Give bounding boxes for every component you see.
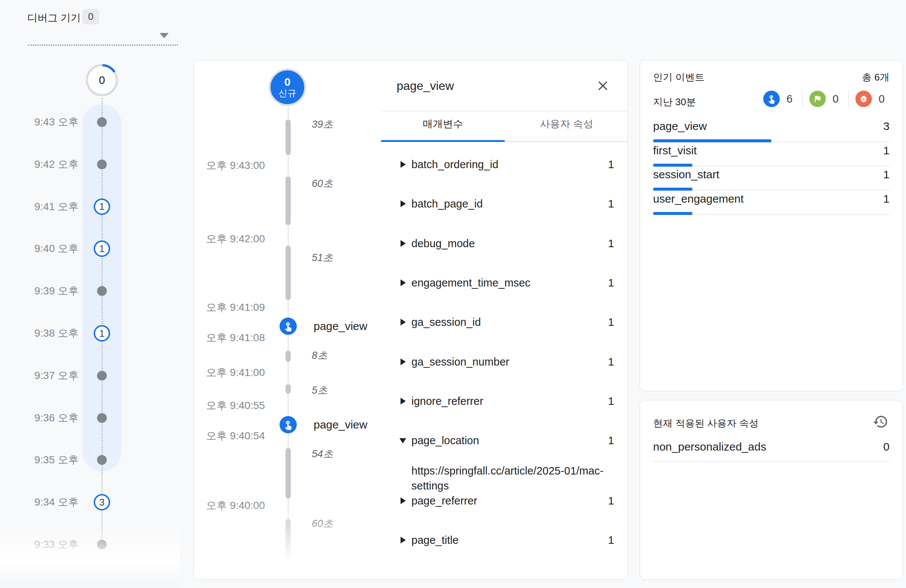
parameter-row[interactable]: engagement_time_msec1 — [400, 275, 614, 290]
new-events-label: 신규 — [278, 88, 297, 99]
top-event-bar — [653, 188, 890, 191]
tap-icon[interactable] — [279, 317, 297, 335]
minute-time-label: 9:38 오후 — [15, 327, 79, 340]
expand-arrow-icon[interactable] — [400, 319, 406, 325]
parameter-name: debug_mode — [412, 236, 475, 251]
counter-divider — [848, 90, 849, 107]
parameter-name: ignore_referrer — [412, 394, 483, 409]
tap-icon[interactable] — [763, 91, 780, 107]
parameter-name: ga_session_number — [412, 354, 509, 369]
top-event-bar — [653, 164, 890, 167]
timeline-fade — [0, 524, 180, 588]
parameter-row[interactable]: page_referrer1 — [400, 493, 614, 508]
chevron-down-icon — [160, 33, 169, 38]
stream-duration: 60초 — [312, 177, 333, 190]
parameter-name: engagement_time_msec — [412, 275, 531, 290]
stream-event-name[interactable]: page_view — [314, 418, 367, 431]
parameter-row[interactable]: page_location1 — [400, 433, 614, 448]
minute-dot-node — [97, 159, 107, 169]
top-events-card: 인기 이벤트 총 6개 지난 30분 6 0 0 page_view3first… — [640, 60, 903, 391]
current-minute-count: 0 — [85, 64, 118, 97]
parameter-row[interactable]: ignore_referrer1 — [400, 394, 614, 409]
parameter-row[interactable]: page_title1 — [400, 532, 614, 548]
parameter-row[interactable]: batch_page_id1 — [400, 196, 614, 211]
tab-parameters[interactable]: 매개변수 — [381, 117, 505, 131]
minute-time-label: 9:36 오후 — [15, 412, 79, 424]
collapse-arrow-icon[interactable] — [399, 438, 406, 443]
stream-gap-capsule — [286, 384, 291, 394]
stream-time: 오후 9:40:55 — [205, 399, 265, 412]
tap-icon[interactable] — [279, 416, 297, 433]
top-event-row[interactable]: page_view3 — [653, 120, 890, 132]
flag-icon[interactable] — [809, 91, 826, 107]
stream-time: 오후 9:40:54 — [205, 430, 265, 442]
stream-duration: 5초 — [312, 384, 327, 397]
close-icon[interactable] — [595, 78, 610, 93]
stream-gap-capsule — [286, 246, 291, 300]
top-event-count: 1 — [883, 144, 890, 157]
parameter-name: batch_ordering_id — [412, 157, 498, 172]
stream-gap-capsule — [286, 177, 291, 225]
tab-user-properties[interactable]: 사용자 속성 — [505, 117, 628, 131]
top-event-count: 3 — [883, 120, 890, 132]
expand-arrow-icon[interactable] — [400, 200, 406, 207]
row-divider — [653, 461, 890, 462]
top-events-title: 인기 이벤트 — [653, 71, 704, 84]
stream-fade — [194, 502, 381, 580]
history-icon[interactable] — [873, 414, 888, 430]
top-event-row[interactable]: session_start1 — [653, 168, 890, 181]
user-properties-title: 현재 적용된 사용자 속성 — [653, 417, 759, 430]
bar-fill — [653, 164, 692, 167]
tap-event-count: 6 — [786, 93, 796, 105]
bar-fill — [653, 139, 772, 142]
top-event-bar — [653, 212, 890, 215]
minute-event-count-node[interactable]: 1 — [94, 199, 110, 215]
minute-event-count-node[interactable]: 3 — [94, 494, 110, 510]
time-window-label: 지난 30분 — [653, 96, 696, 108]
stream-gap-capsule — [286, 448, 291, 499]
parameter-row[interactable]: batch_ordering_id1 — [400, 157, 614, 172]
expand-arrow-icon[interactable] — [400, 240, 406, 247]
stream-gap-capsule — [286, 120, 291, 155]
stream-time: 오후 9:42:00 — [205, 233, 265, 245]
minute-time-label: 9:40 오후 — [15, 242, 79, 255]
debug-device-count-badge: 0 — [82, 9, 99, 24]
event-type-counters: 6 0 0 — [763, 90, 888, 107]
bug-icon[interactable] — [855, 91, 872, 107]
expand-arrow-icon[interactable] — [400, 359, 406, 365]
expand-arrow-icon[interactable] — [400, 279, 406, 286]
expand-arrow-icon[interactable] — [400, 537, 406, 543]
minute-time-label: 9:34 오후 — [15, 496, 79, 508]
header-divider — [381, 111, 628, 111]
minute-dot-node — [97, 286, 107, 296]
top-event-row[interactable]: first_visit1 — [653, 144, 890, 157]
parameter-name: page_title — [412, 532, 459, 548]
user-property-value: 0 — [883, 440, 890, 454]
stream-time: 오후 9:41:08 — [205, 331, 265, 344]
stream-gap-capsule — [286, 351, 291, 362]
parameter-row[interactable]: ga_session_number1 — [400, 354, 614, 369]
stream-duration: 8초 — [312, 349, 327, 362]
conversion-count: 0 — [833, 93, 842, 105]
stream-duration: 39초 — [312, 118, 333, 131]
stream-event-name[interactable]: page_view — [314, 320, 367, 333]
stream-time: 오후 9:41:09 — [205, 301, 265, 314]
top-event-name: page_view — [653, 120, 707, 132]
parameter-value: 1 — [608, 315, 614, 330]
parameter-name: batch_page_id — [412, 196, 483, 211]
top-event-name: session_start — [653, 168, 719, 181]
minute-time-label: 9:39 오후 — [15, 285, 79, 297]
parameter-row[interactable]: debug_mode1 — [400, 236, 614, 251]
minute-event-count-node[interactable]: 1 — [94, 325, 110, 341]
top-event-row[interactable]: user_engagement1 — [653, 193, 890, 205]
parameter-row[interactable]: ga_session_id1 — [400, 315, 614, 330]
expand-arrow-icon[interactable] — [400, 398, 406, 405]
event-detail-title: page_view — [350, 79, 500, 93]
stream-duration: 54초 — [312, 448, 333, 460]
stream-time: 오후 9:43:00 — [205, 159, 265, 172]
minute-time-label: 9:35 오후 — [15, 454, 79, 466]
parameter-value: 1 — [608, 394, 614, 409]
device-select-dropdown[interactable] — [28, 22, 178, 46]
expand-arrow-icon[interactable] — [400, 497, 406, 504]
expand-arrow-icon[interactable] — [400, 161, 406, 168]
